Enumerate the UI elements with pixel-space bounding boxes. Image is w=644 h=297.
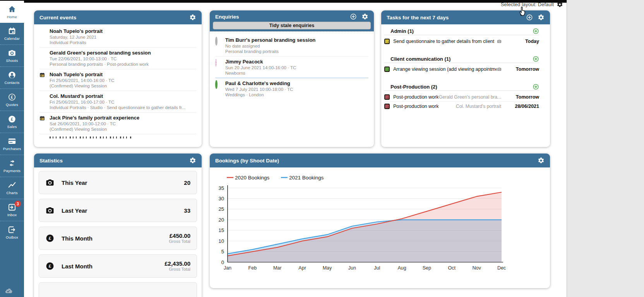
enquiries-add-icon[interactable] — [350, 13, 357, 20]
desktop-background — [567, 0, 644, 297]
task-row[interactable]: Arrange viewing session (add viewing app… — [384, 65, 539, 74]
enquiry-item[interactable]: Tim Burr's personal branding session No … — [215, 35, 368, 56]
quotes-icon: £ — [8, 93, 16, 101]
enquiries-settings-gear-icon[interactable] — [361, 13, 368, 20]
sync-cloud-icon — [2, 286, 14, 295]
stat-subtitle: Gross Total — [92, 267, 190, 272]
statistics-title: Statistics — [39, 158, 63, 164]
add-task-icon[interactable] — [533, 28, 539, 34]
event-item[interactable]: Col. Mustard's portrait Fri 25/06/2021, … — [39, 91, 196, 113]
statistics-card: Statistics This Year 20 Last Year 33 £ T… — [34, 154, 202, 297]
stat-value: 20 — [87, 179, 190, 186]
task-label: Arrange viewing session (add viewing app… — [393, 67, 497, 72]
y-tick-label: 35 — [219, 185, 224, 191]
enquiries-title: Enquiries — [215, 14, 239, 20]
stat-value: 33 — [87, 207, 190, 214]
sidebar-item-label: Outbox — [6, 235, 18, 239]
svg-text:2021 Bookings: 2021 Bookings — [289, 175, 324, 181]
tasks-add-icon[interactable] — [526, 14, 533, 21]
stat-label: Last Month — [62, 263, 92, 270]
task-checkbox[interactable] — [384, 39, 390, 44]
sidebar-item-label: Sales — [7, 125, 17, 129]
tasks-body: Admin (1) Send questionnaire to gather d… — [381, 24, 550, 111]
sidebar-item-label: Inbox — [7, 213, 17, 217]
svg-text:£: £ — [49, 264, 51, 268]
svg-text:£: £ — [49, 236, 51, 241]
layout-gear-icon[interactable] — [557, 1, 563, 8]
item-date: Tue 22/06/2021, 10:00-13:00 · TC — [50, 56, 151, 61]
svg-text:£: £ — [11, 117, 13, 121]
tasks-card: Tasks for the next 7 days Admin (1) Send… — [381, 10, 550, 147]
tidy-stale-enquiries-button[interactable]: Tidy stale enquiries — [213, 22, 371, 29]
task-section-label: Admin (1) — [391, 28, 414, 34]
sidebar-item-label: Calendar — [4, 36, 20, 41]
task-due-date: Today — [506, 39, 539, 44]
charts-icon — [8, 181, 16, 189]
sidebar-item-home[interactable]: Home — [0, 1, 24, 23]
task-checkbox[interactable] — [384, 67, 390, 72]
item-date: Fri 25/06/2021, 14:00-16:00 · TC — [50, 78, 114, 83]
current-events-header: Current events — [34, 10, 202, 24]
svg-text:£: £ — [11, 95, 13, 99]
item-tags: Personal branding portraits — [225, 49, 315, 54]
purchases-icon — [8, 137, 16, 145]
bookings-settings-gear-icon[interactable] — [538, 157, 545, 164]
sidebar-item-shoots[interactable]: Shoots — [0, 45, 24, 67]
sidebar-item-purchases[interactable]: Purchases — [0, 133, 24, 155]
sidebar-item-label: Charts — [6, 191, 17, 195]
sales-icon: £ — [8, 115, 16, 123]
item-tags: Personal branding portraits · Post-produ… — [50, 61, 151, 67]
add-task-icon[interactable] — [533, 84, 539, 90]
enquiry-item[interactable]: Jimmy Peacock Sun 20 June 2021 14:00-16:… — [215, 56, 368, 78]
current-events-settings-gear-icon[interactable] — [189, 14, 196, 21]
task-section-label: Post-Production (2) — [391, 84, 437, 90]
event-item[interactable]: Noah Tupelo's portrait Fri 25/06/2021, 1… — [39, 69, 196, 91]
task-checkbox[interactable] — [384, 94, 390, 100]
enquiry-item[interactable]: Paul & Charlotte's wedding Wed 7 July 20… — [215, 78, 368, 99]
sidebar-item-quotes[interactable]: £ Quotes — [0, 89, 24, 111]
item-title: Noah Tupelo's portrait — [50, 28, 103, 34]
stat-row: Last Year 33 — [39, 199, 197, 222]
payments-icon — [8, 159, 16, 167]
sidebar-item-label: Home — [7, 15, 17, 19]
bookings-card: Bookings (by Shoot Date) 05101520253035J… — [210, 154, 550, 288]
event-item[interactable]: Gerald Green's personal branding session… — [39, 48, 196, 69]
task-due-date: Tomorrow — [506, 94, 539, 100]
statistics-header: Statistics — [34, 154, 202, 167]
item-tags: Individual Portraits · Studio · Send que… — [50, 105, 185, 110]
x-tick-label: Oct — [448, 265, 456, 271]
sidebar-item-sales[interactable]: £ Sales — [0, 111, 24, 133]
task-row[interactable]: Post-production work Col. Mustard's port… — [384, 102, 539, 111]
event-item[interactable]: Noah Tupelo's portrait Saturday, 12 June… — [39, 26, 196, 48]
home-icon — [8, 5, 16, 14]
tasks-settings-gear-icon[interactable] — [538, 14, 545, 21]
task-row[interactable]: Send questionnaire to gather details fro… — [384, 37, 539, 46]
sidebar-item-contacts[interactable]: Contacts — [0, 67, 24, 89]
task-section-header: Client communication (1) — [384, 55, 539, 63]
enquiries-card: Enquiries Tidy stale enquiries Tim Burr'… — [210, 10, 374, 147]
enquiry-status-icon — [215, 59, 217, 67]
item-tags: (Confirmed) Viewing Session — [50, 126, 139, 132]
item-date: Sun 20 June 2021 14:00-16:00 · TC — [225, 65, 296, 70]
item-title: Noah Tupelo's portrait — [50, 72, 114, 78]
event-item[interactable]: Jack Pine's family portrait experience S… — [39, 113, 196, 134]
stat-value: £450.00 — [92, 232, 190, 239]
sidebar: Home Calendar Shoots Contacts£ Quotes£ S… — [0, 1, 24, 297]
stat-row: This Year 20 — [39, 171, 197, 194]
sidebar-item-outbox[interactable]: Outbox — [0, 221, 24, 243]
item-title: Paul & Charlotte's wedding — [225, 80, 293, 87]
sidebar-item-payments[interactable]: Payments — [0, 155, 24, 177]
add-task-icon[interactable] — [533, 56, 539, 62]
svg-text:2020 Bookings: 2020 Bookings — [235, 175, 270, 181]
event-item[interactable] — [39, 134, 196, 138]
x-tick-label: Jan — [224, 265, 231, 271]
outbox-icon — [8, 225, 16, 234]
statistics-settings-gear-icon[interactable] — [189, 157, 196, 164]
sidebar-item-charts[interactable]: Charts — [0, 177, 24, 199]
sidebar-item-calendar[interactable]: Calendar — [0, 23, 24, 45]
sidebar-item-inbox[interactable]: Inbox3 — [0, 199, 24, 221]
task-row[interactable]: Post-production work Gerald Green's pers… — [384, 92, 539, 102]
task-checkbox[interactable] — [384, 104, 390, 109]
selected-layout-label: Selected layout: Default — [501, 2, 554, 7]
x-tick-label: Jun — [348, 265, 356, 271]
